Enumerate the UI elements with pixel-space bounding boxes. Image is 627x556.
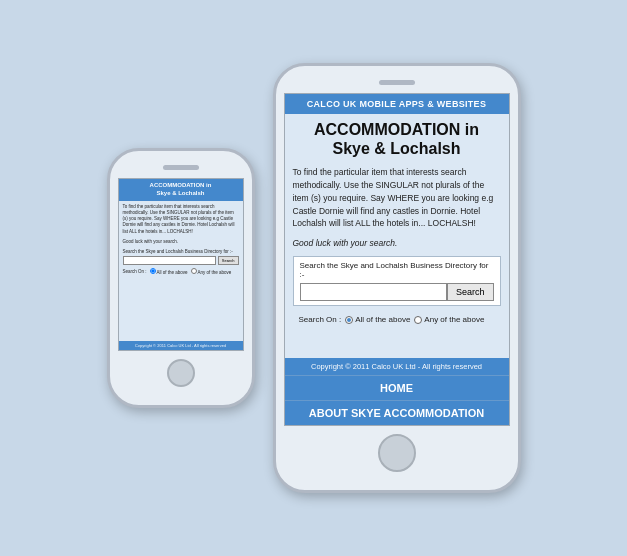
small-phone: ACCOMMODATION in Skye & Lochalsh To find…: [107, 148, 255, 408]
small-search-label: Search the Skye and Lochalsh Business Di…: [123, 249, 239, 254]
large-radio-any[interactable]: Any of the above: [414, 314, 484, 325]
large-search-on-label: Search On :: [299, 314, 342, 325]
small-header: ACCOMMODATION in Skye & Lochalsh: [119, 179, 243, 201]
small-screen: ACCOMMODATION in Skye & Lochalsh To find…: [118, 178, 244, 351]
large-menu-about[interactable]: ABOUT SKYE ACCOMMODATION: [285, 400, 509, 425]
large-radio-row: Search On : All of the above Any of the …: [293, 312, 501, 327]
phones-container: ACCOMMODATION in Skye & Lochalsh To find…: [107, 63, 521, 493]
large-search-row: Search: [300, 283, 494, 301]
small-footer: Copyright © 2011 Calco UK Ltd - All righ…: [119, 341, 243, 350]
small-radio-all[interactable]: All of the above: [150, 268, 188, 275]
large-footer: Copyright © 2011 Calco UK Ltd - All righ…: [285, 358, 509, 375]
large-screen: CALCO UK MOBILE APPS & WEBSITES ACCOMMOD…: [284, 93, 510, 426]
large-search-label: Search the Skye and Lochalsh Business Di…: [300, 261, 494, 279]
small-good-luck: Good luck with your search.: [123, 239, 239, 245]
small-description: To find the particular item that interes…: [123, 204, 239, 235]
radio-all-circle: [345, 316, 353, 324]
small-search-button[interactable]: Search: [218, 256, 239, 265]
large-home-button[interactable]: [378, 434, 416, 472]
large-title: ACCOMMODATION in Skye & Lochalsh: [293, 120, 501, 158]
small-search-input[interactable]: [123, 256, 216, 265]
radio-any-circle: [414, 316, 422, 324]
large-speaker: [379, 80, 415, 85]
small-radio-row: Search On : All of the above Any of the …: [123, 268, 239, 275]
large-search-input[interactable]: [300, 283, 447, 301]
large-radio-all[interactable]: All of the above: [345, 314, 410, 325]
large-body: ACCOMMODATION in Skye & Lochalsh To find…: [285, 114, 509, 358]
large-description: To find the particular item that interes…: [293, 166, 501, 230]
small-home-button[interactable]: [167, 359, 195, 387]
large-top-header: CALCO UK MOBILE APPS & WEBSITES: [285, 94, 509, 114]
small-search-row: Search: [123, 256, 239, 265]
large-search-area: Search the Skye and Lochalsh Business Di…: [293, 256, 501, 306]
small-body: To find the particular item that interes…: [119, 201, 243, 341]
small-speaker: [163, 165, 199, 170]
large-phone: CALCO UK MOBILE APPS & WEBSITES ACCOMMOD…: [273, 63, 521, 493]
large-good-luck: Good luck with your search.: [293, 238, 501, 248]
small-search-on-label: Search On :: [123, 269, 147, 274]
large-menu-home[interactable]: HOME: [285, 375, 509, 400]
small-radio-any[interactable]: Any of the above: [191, 268, 232, 275]
large-search-button[interactable]: Search: [447, 283, 494, 301]
